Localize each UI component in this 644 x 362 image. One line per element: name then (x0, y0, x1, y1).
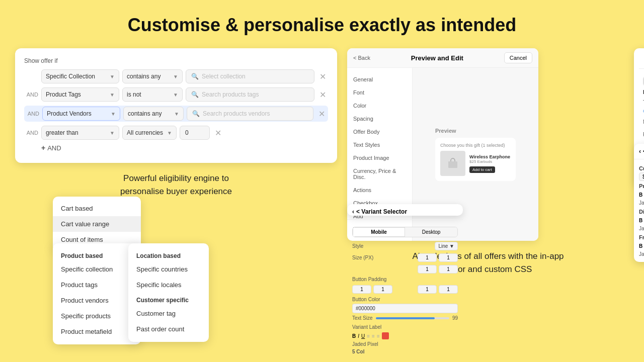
vs-size-h2[interactable] (439, 265, 458, 274)
back-icon-currency: ‹ (639, 148, 641, 155)
dd-past-order-count[interactable]: Past order count (128, 321, 209, 337)
vs-padding-inputs (352, 285, 392, 294)
remove-btn-1[interactable]: ✕ (317, 72, 328, 81)
fmt-italic[interactable]: I (358, 333, 359, 339)
preview-label: Preview (435, 128, 516, 134)
cancel-button[interactable]: Cancel (504, 52, 532, 63)
vs-pad2[interactable] (373, 285, 392, 294)
nav-offer-body[interactable]: Offer Body (347, 125, 412, 138)
remove-btn-4[interactable]: ✕ (213, 128, 223, 138)
vs-style-row: Style Line ▼ (352, 240, 458, 252)
currency-select-dd[interactable]: $ Dollar ▼ (639, 172, 644, 181)
free-fmt-bold[interactable]: B (639, 243, 642, 249)
dd-specific-countries[interactable]: Specific countries (128, 261, 209, 277)
dd-customer-tag[interactable]: Customer tag (128, 306, 209, 321)
vs-style-select[interactable]: Line ▼ (435, 242, 458, 250)
rule-condition-1[interactable]: contains any ▼ (122, 69, 183, 83)
chevron-icon-c2: ▼ (173, 92, 178, 98)
vs-pad1[interactable] (352, 285, 371, 294)
nav-general[interactable]: General (347, 73, 412, 86)
rule-condition-2[interactable]: is not ▼ (122, 87, 183, 102)
eligibility-card: Show offer if Specific Collection ▼ cont… (15, 48, 337, 163)
fmt-underline[interactable]: U (361, 333, 365, 339)
dd-product-tags[interactable]: Product tags (53, 277, 141, 293)
vs-size-inputs2 (418, 265, 458, 274)
vs-pad4[interactable] (439, 285, 458, 294)
nav-spacing[interactable]: Spacing (347, 112, 412, 125)
nav-actions[interactable]: Actions (347, 184, 412, 197)
currency-body: Currency $ Dollar ▼ Format Before price … (634, 159, 644, 262)
vs-size-w[interactable] (418, 253, 437, 262)
num-input[interactable]: 0 (180, 126, 210, 140)
variant-tab-mobile[interactable]: Mobile (353, 227, 405, 237)
rule-row-4: AND greater than ▼ All currencies ▼ 0 ✕ (24, 126, 328, 140)
nav-color[interactable]: Color (347, 99, 412, 112)
rule-type-1[interactable]: Specific Collection ▼ (41, 69, 119, 83)
fmt-bold[interactable]: B (352, 333, 356, 339)
currency-select[interactable]: All currencies ▼ (122, 126, 177, 140)
add-and-btn[interactable]: + AND (41, 144, 61, 152)
rule-search-3[interactable]: 🔍 Search products vendors (187, 107, 313, 121)
vs-size-row: Size (PX) (352, 252, 458, 263)
nav-font[interactable]: Font (347, 86, 412, 99)
dd-specific-collection[interactable]: Specific collection (53, 261, 141, 277)
variant-tab-group: Mobile Desktop (352, 227, 458, 237)
rule-row-2: AND Product Tags ▼ is not ▼ 🔍 Search pro… (24, 87, 328, 102)
font-panel-header: ‹ Font (639, 53, 644, 69)
dropdown-cart-value[interactable]: Cart value range (53, 216, 141, 232)
align-center[interactable]: ≡ (372, 333, 375, 339)
back-button[interactable]: < Back (353, 55, 370, 61)
product-dropdown: Product based Specific collection Produc… (53, 243, 141, 344)
rule-search-2[interactable]: 🔍 Search products tags (186, 87, 314, 102)
rule-type-3[interactable]: Product Vendors ▼ (42, 107, 120, 121)
free-pixel: Jaded Pixel (639, 250, 644, 258)
chevron-icon-c4: ▼ (110, 130, 115, 136)
align-left[interactable]: ≡ (367, 333, 370, 339)
variant-body: Mobile Desktop Style Line ▼ Size (PX) (347, 220, 463, 359)
discount-fmt-bold[interactable]: B (639, 218, 642, 223)
currency-col: Currency $ Dollar ▼ (639, 163, 644, 181)
btn-color-label: Button Color (352, 295, 458, 304)
variant-tab-desktop[interactable]: Desktop (405, 227, 457, 237)
rule-condition-3[interactable]: contains any ▼ (123, 107, 184, 121)
left-panel: Show offer if Specific Collection ▼ cont… (15, 48, 337, 276)
dd-specific-products[interactable]: Specific products (53, 308, 141, 324)
dd-product-vendors[interactable]: Product vendors (53, 293, 141, 308)
color-red-variant[interactable] (382, 332, 389, 339)
search-icon-2: 🔍 (191, 91, 199, 98)
remove-btn-2[interactable]: ✕ (317, 90, 328, 100)
location-section-title: Location based (128, 248, 209, 261)
price-pixel: Jaded Pixel (639, 199, 644, 207)
nav-product-image[interactable]: Product Image (347, 151, 412, 164)
price-fmt-bold[interactable]: B (639, 192, 642, 198)
dd-product-metafield[interactable]: Product metafield (53, 324, 141, 339)
rule-condition-4[interactable]: greater than ▼ (41, 126, 119, 140)
dd-specific-locales[interactable]: Specific locales (128, 277, 209, 293)
rule-search-1[interactable]: 🔍 Select collection (186, 69, 314, 83)
show-offer-label: Show offer if (24, 57, 328, 64)
price-format-row: B I U ≡ ≡ ≡ (639, 190, 644, 199)
variant-format-row: B I U ≡ ≡ ≡ (352, 331, 458, 340)
vs-size-w2[interactable] (418, 265, 437, 274)
and-label-2: AND (24, 92, 38, 98)
vs-size-inputs (418, 253, 458, 262)
price-section-label: Price (639, 181, 644, 190)
remove-btn-3[interactable]: ✕ (316, 109, 327, 119)
rule-row-3: AND Product Vendors ▼ contains any ▼ 🔍 S… (24, 106, 328, 122)
plus-icon: + (41, 144, 45, 152)
btn-color-input[interactable]: #000000 (352, 304, 458, 313)
vs-size-h[interactable] (439, 253, 458, 262)
header-buttons: Cancel (504, 52, 532, 63)
dropdown-cart-based[interactable]: Cart based (53, 201, 141, 216)
align-right[interactable]: ≡ (377, 333, 380, 339)
vs-size-row2 (352, 263, 458, 275)
rule-type-2[interactable]: Product Tags ▼ (41, 87, 119, 102)
chevron-icon-c3: ▼ (174, 111, 179, 117)
nav-currency[interactable]: Currency, Price & Disc. (347, 164, 412, 184)
vs-pad3[interactable] (418, 285, 437, 294)
right-panel: < Back Preview and Edit Cancel General F… (347, 48, 629, 276)
chevron-icon-2: ▼ (110, 92, 115, 98)
and-label-3: AND (25, 111, 39, 117)
nav-text-styles[interactable]: Text Styles (347, 138, 412, 151)
customer-section-title: Customer specific (128, 293, 209, 306)
